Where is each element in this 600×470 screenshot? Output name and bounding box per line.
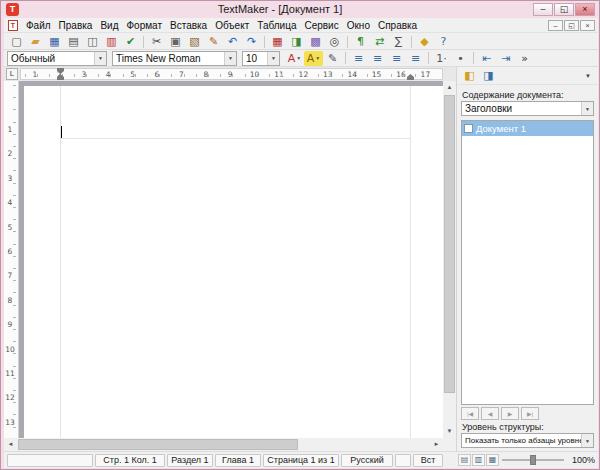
redo-button[interactable]: ↷ — [242, 34, 261, 49]
nav-next-button[interactable]: ▶ — [501, 407, 519, 420]
vertical-scrollbar[interactable]: ▲ ▼ — [443, 81, 456, 438]
view-continuous-icon[interactable]: ▥ — [472, 454, 485, 466]
help-button[interactable]: ? — [434, 34, 453, 49]
align-right-button[interactable]: ≡ — [387, 51, 406, 66]
outline-item[interactable]: Документ 1 — [462, 121, 593, 136]
status-page[interactable]: Страница 1 из 1 — [263, 454, 339, 467]
document-minimize-button[interactable]: – — [548, 20, 563, 31]
chevron-down-icon[interactable]: ▼ — [224, 52, 236, 65]
menu-item-insert[interactable]: Вставка — [166, 18, 211, 32]
nonprinting-characters-button[interactable]: ¶ — [351, 34, 370, 49]
sidebar-menu-icon[interactable]: ▼ — [581, 71, 595, 81]
copy-button[interactable]: ▣ — [166, 34, 185, 49]
insert-table-button[interactable]: ▦ — [268, 34, 287, 49]
view-normal-icon[interactable]: ▤ — [458, 454, 471, 466]
minimize-button[interactable]: – — [533, 3, 553, 16]
document-close-button[interactable]: × — [580, 20, 595, 31]
document-page[interactable] — [24, 86, 443, 438]
checkbox-icon[interactable] — [464, 124, 473, 133]
character-format-button[interactable]: ✎ — [323, 51, 342, 66]
status-position[interactable]: Стр. 1 Кол. 1 — [95, 454, 165, 467]
close-button[interactable]: × — [575, 3, 595, 16]
open-button[interactable]: ▰ — [26, 34, 45, 49]
horizontal-ruler[interactable]: L 1234567891011121314151617 — [4, 67, 456, 81]
menu-item-file[interactable]: Файл — [22, 18, 55, 32]
font-size-combo[interactable]: 10 ▼ — [242, 51, 280, 66]
highlight-button[interactable]: А▼ — [304, 51, 323, 66]
status-section[interactable]: Раздел 1 — [167, 454, 213, 467]
spell-check-button[interactable]: ✔ — [121, 34, 140, 49]
search-button[interactable]: ◎ — [325, 34, 344, 49]
document-outline-list[interactable]: Документ 1 — [461, 120, 594, 405]
print-preview-button[interactable]: ◫ — [83, 34, 102, 49]
scroll-down-icon[interactable]: ▼ — [443, 425, 456, 438]
outline-level-combo[interactable]: Показать только абзацы уровней 1-9 ▼ — [461, 433, 594, 448]
numbered-list-button[interactable]: 1· — [432, 51, 451, 66]
title-bar[interactable]: T TextMaker - [Документ 1] – ◱ × — [1, 1, 599, 18]
insert-picture-button[interactable]: ▩ — [306, 34, 325, 49]
chevron-down-icon[interactable]: ▼ — [94, 52, 106, 65]
vertical-ruler[interactable]: 12345678910111213 — [4, 81, 19, 438]
status-hint[interactable] — [7, 454, 93, 467]
zoom-slider-thumb[interactable] — [530, 455, 536, 465]
chevron-down-icon[interactable]: ▼ — [581, 102, 593, 115]
document-window-icon[interactable]: T — [8, 20, 18, 31]
zoom-slider[interactable] — [502, 454, 564, 466]
menu-item-format[interactable]: Формат — [122, 18, 166, 32]
font-name-combo[interactable]: Times New Roman ▼ — [112, 51, 237, 66]
scroll-right-icon[interactable]: ► — [430, 438, 443, 451]
horizontal-ruler-scale[interactable]: 1234567891011121314151617 — [20, 68, 443, 80]
sum-button[interactable]: ∑ — [389, 34, 408, 49]
increase-indent-button[interactable]: ⇥ — [496, 51, 515, 66]
scroll-left-icon[interactable]: ◄ — [4, 438, 17, 451]
align-justify-button[interactable]: ≡ — [406, 51, 425, 66]
menu-item-help[interactable]: Справка — [374, 18, 421, 32]
menu-item-table[interactable]: Таблица — [253, 18, 300, 32]
document-restore-button[interactable]: ◱ — [564, 20, 579, 31]
format-paintbrush-button[interactable]: ✎ — [204, 34, 223, 49]
view-thumbnails-icon[interactable]: ▦ — [486, 454, 499, 466]
contents-type-combo[interactable]: Заголовки ▼ — [461, 101, 594, 116]
menu-item-object[interactable]: Объект — [211, 18, 253, 32]
save-button[interactable]: ▦ — [45, 34, 64, 49]
nav-first-button[interactable]: |◀ — [461, 407, 479, 420]
textmaker-app-icon[interactable]: T — [6, 3, 19, 16]
bullet-list-button[interactable]: • — [451, 51, 470, 66]
align-center-button[interactable]: ≡ — [368, 51, 387, 66]
restore-button[interactable]: ◱ — [554, 3, 574, 16]
scroll-up-icon[interactable]: ▲ — [443, 81, 456, 94]
paste-button[interactable]: ▧ — [185, 34, 204, 49]
menu-item-view[interactable]: Вид — [96, 18, 122, 32]
new-document-button[interactable]: ▢ — [7, 34, 26, 49]
cut-button[interactable]: ✂ — [147, 34, 166, 49]
status-chapter[interactable]: Глава 1 — [215, 454, 261, 467]
horizontal-scrollbar[interactable]: ◄ ► — [4, 438, 443, 451]
menu-item-window[interactable]: Окно — [343, 18, 374, 32]
decrease-indent-button[interactable]: ⇤ — [477, 51, 496, 66]
font-color-button[interactable]: А▼ — [285, 51, 304, 66]
status-language[interactable]: Русский — [341, 454, 393, 467]
sidebar-panel-contents-button[interactable]: ◧ — [460, 68, 479, 83]
vertical-scrollbar-thumb[interactable] — [444, 95, 455, 393]
status-insert-mode[interactable]: Вст — [413, 454, 443, 467]
document-viewport[interactable] — [19, 81, 443, 438]
undo-button[interactable]: ↶ — [223, 34, 242, 49]
chevron-down-icon[interactable]: ▼ — [581, 434, 593, 447]
toolbar-overflow-button[interactable]: » — [515, 51, 534, 66]
nav-last-button[interactable]: ▶| — [521, 407, 539, 420]
tab-type-selector[interactable]: L — [6, 68, 18, 80]
print-button[interactable]: ▤ — [64, 34, 83, 49]
insert-chart-button[interactable]: ◨ — [287, 34, 306, 49]
status-mode[interactable] — [395, 454, 411, 467]
menu-item-edit[interactable]: Правка — [55, 18, 97, 32]
bookmark-button[interactable]: ◆ — [415, 34, 434, 49]
align-left-button[interactable]: ≡ — [349, 51, 368, 66]
paragraph-style-combo[interactable]: Обычный ▼ — [7, 51, 107, 66]
sidebar-panel-objects-button[interactable]: ◨ — [479, 68, 498, 83]
export-pdf-button[interactable]: ▥ — [102, 34, 121, 49]
chevron-down-icon[interactable]: ▼ — [267, 52, 279, 65]
fields-button[interactable]: ⇄ — [370, 34, 389, 49]
menu-item-tools[interactable]: Сервис — [300, 18, 342, 32]
nav-prev-button[interactable]: ◀ — [481, 407, 499, 420]
horizontal-scrollbar-thumb[interactable] — [18, 439, 298, 450]
